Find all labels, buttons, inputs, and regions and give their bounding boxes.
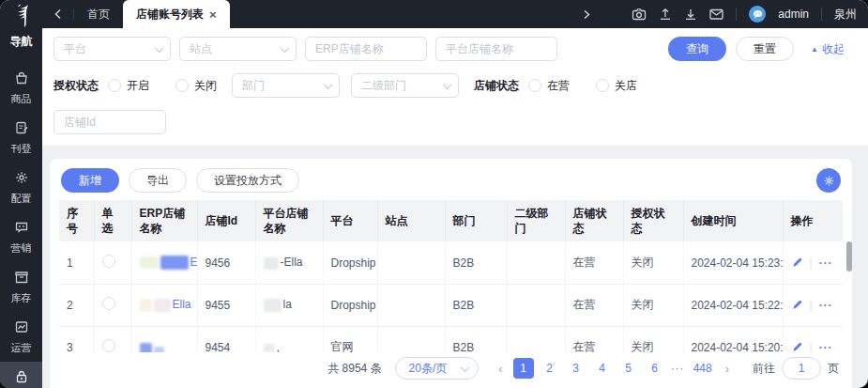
user-name[interactable]: admin (778, 8, 809, 21)
radio-icon[interactable] (596, 79, 609, 92)
chevron-down-icon (324, 80, 333, 89)
redacted-block (140, 343, 152, 352)
scrollbar-thumb[interactable] (846, 241, 852, 272)
platform: Dropship (323, 241, 377, 284)
vertical-scrollbar[interactable] (845, 238, 852, 349)
col-header: 授权状态 (623, 200, 683, 241)
row-index: 2 (59, 284, 94, 326)
prev-page-icon[interactable]: ‹ (494, 362, 507, 376)
auth-off-radio[interactable]: 关闭 (175, 78, 217, 94)
tab-shop-account-list[interactable]: 店铺账号列表 × (123, 0, 230, 28)
more-actions-icon[interactable]: ··· (819, 256, 833, 270)
edit-pencil-icon[interactable] (791, 341, 803, 352)
auth-status: 关闭 (623, 326, 683, 352)
sidebar-item-operations[interactable]: 运营 (0, 312, 42, 362)
site (377, 241, 445, 284)
col-header: 部门 (445, 200, 507, 241)
avatar[interactable] (749, 6, 766, 23)
platform-select[interactable]: 平台 (53, 37, 171, 61)
pagination: 共 8954 条 20条/页 ‹ 1 2 3 4 5 6 ··· 448 › 前… (50, 352, 852, 388)
page-number-6[interactable]: 6 (645, 358, 665, 379)
reset-button[interactable]: 重置 (736, 37, 794, 61)
shop-close-radio[interactable]: 关店 (596, 78, 637, 94)
row-select-radio[interactable] (102, 255, 115, 268)
radio-icon[interactable] (175, 79, 189, 92)
platform-shop-name-input[interactable] (446, 42, 549, 55)
shop-id-input[interactable] (64, 116, 158, 129)
tab-label: 首页 (87, 7, 110, 23)
page-number-2[interactable]: 2 (540, 358, 560, 379)
download-icon[interactable] (684, 8, 697, 21)
chevron-right-icon[interactable] (583, 9, 591, 20)
sidebar-item-goods[interactable]: 商品 (0, 63, 42, 113)
sidebar-item-publish[interactable]: 刊登 (0, 113, 42, 163)
close-icon[interactable]: × (209, 8, 217, 22)
more-actions-icon[interactable]: ··· (819, 299, 833, 312)
back-chevron-icon[interactable] (42, 8, 74, 20)
shop-open-radio[interactable]: 在营 (528, 78, 570, 94)
sidebar-item-config[interactable]: 配置 (0, 163, 42, 212)
col-header: 店铺Id (197, 200, 255, 241)
site-select[interactable]: 站点 (179, 37, 297, 61)
select-placeholder: 部门 (242, 78, 265, 94)
pages-ellipsis[interactable]: ··· (671, 362, 685, 375)
department-select[interactable]: 部门 (232, 73, 340, 98)
row-select-radio[interactable] (102, 297, 115, 310)
lock-icon (14, 369, 29, 388)
radio-icon[interactable] (108, 79, 121, 92)
col-header: 单选 (94, 200, 131, 241)
sub-department-select[interactable]: 二级部门 (351, 73, 459, 98)
erp-shop-name-field (305, 37, 427, 61)
collapse-label: 收起 (822, 41, 845, 57)
shop-id: 9455 (197, 284, 255, 326)
page-number-4[interactable]: 4 (592, 358, 613, 379)
divider: | (810, 341, 813, 352)
sidebar-item-inventory[interactable]: 库存 (0, 262, 42, 312)
col-header: 平台 (323, 200, 377, 241)
auth-on-radio[interactable]: 开启 (108, 78, 149, 94)
tab-home[interactable]: 首页 (74, 0, 123, 28)
redacted-block (160, 256, 189, 270)
sidebar-item-accounts[interactable]: 账号 (0, 362, 42, 388)
table-row: 2 Ella 9455 la Dropship B2B 在营 关闭 2024-0… (59, 284, 843, 326)
select-placeholder: 站点 (190, 41, 212, 57)
edit-pencil-icon[interactable] (791, 256, 803, 269)
goto-page-input[interactable] (782, 357, 821, 380)
page-size-select[interactable]: 20条/页 (395, 357, 480, 380)
erp-shop-name-input[interactable] (315, 42, 419, 55)
page-number-1[interactable]: 1 (513, 358, 534, 379)
sidebar-item-marketing[interactable]: 营销 (0, 212, 42, 262)
site-name: 泉州 (834, 7, 857, 23)
radio-label: 在营 (547, 78, 570, 94)
chevron-down-icon (281, 43, 290, 53)
next-page-icon[interactable]: › (721, 362, 734, 376)
collapse-toggle[interactable]: ▲ 收起 (811, 41, 845, 57)
department: B2B (445, 284, 507, 326)
edit-pencil-icon[interactable] (791, 299, 803, 311)
divider: | (810, 299, 813, 312)
upload-icon[interactable] (659, 8, 672, 21)
add-button[interactable]: 新增 (61, 168, 119, 193)
department: B2B (445, 326, 507, 352)
set-delivery-button[interactable]: 设置投放方式 (196, 168, 299, 193)
search-button[interactable]: 查询 (668, 37, 726, 61)
column-settings-button[interactable] (816, 168, 841, 193)
screenshot-camera-icon[interactable] (632, 8, 647, 21)
mail-icon[interactable] (709, 8, 723, 20)
radio-icon[interactable] (528, 79, 541, 92)
shop-status: 在营 (565, 241, 623, 284)
redacted-block (154, 347, 164, 352)
platform-shop-name: la (283, 298, 292, 311)
row-select-radio[interactable] (102, 339, 115, 352)
sub-department (507, 241, 565, 284)
export-button[interactable]: 导出 (129, 168, 187, 193)
chevron-down-icon (155, 43, 164, 53)
table-toolbar: 新增 导出 设置投放方式 (50, 159, 852, 200)
erp-shop-name-link[interactable]: Ella (190, 256, 198, 269)
more-actions-icon[interactable]: ··· (819, 341, 833, 352)
page-number-last[interactable]: 448 (691, 358, 715, 379)
erp-shop-name-link[interactable]: Ella (173, 298, 191, 311)
page-number-3[interactable]: 3 (566, 358, 586, 379)
sidebar-item-label: 营销 (11, 241, 32, 256)
page-number-5[interactable]: 5 (618, 358, 639, 379)
